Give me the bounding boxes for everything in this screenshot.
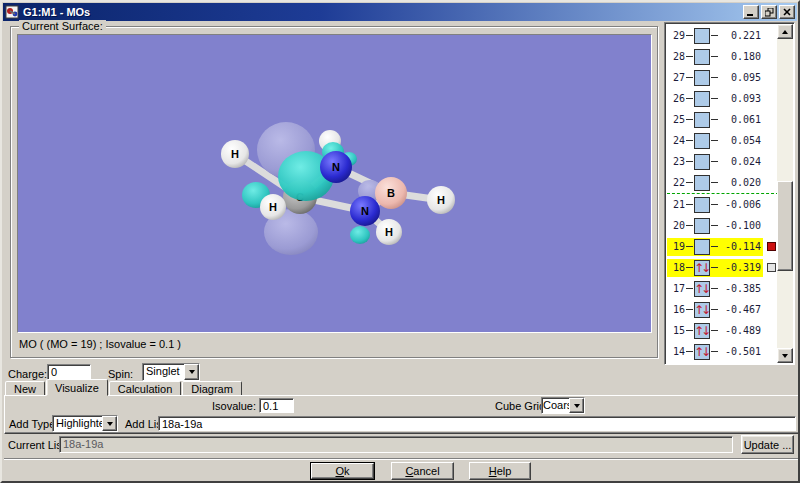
restore-button[interactable] bbox=[761, 5, 777, 19]
mo-energy: -0.501 bbox=[719, 346, 761, 357]
mo-energy: 0.093 bbox=[719, 93, 761, 104]
mo-row-17[interactable]: 17↑↓-0.385 bbox=[667, 278, 779, 299]
tab-calculation[interactable]: Calculation bbox=[109, 381, 181, 396]
chevron-down-icon[interactable] bbox=[569, 398, 584, 413]
mo-energy: -0.385 bbox=[719, 283, 761, 294]
mo-number: 23 bbox=[669, 156, 685, 167]
mo-occupancy-box[interactable]: ↑↓ bbox=[694, 281, 710, 297]
mo-row-15[interactable]: 15↑↓-0.489 bbox=[667, 320, 779, 341]
mo-row-28[interactable]: 280.180 bbox=[667, 46, 779, 67]
mo-number: 14 bbox=[669, 346, 685, 357]
close-button[interactable] bbox=[779, 5, 795, 19]
mo-row-25[interactable]: 250.061 bbox=[667, 109, 779, 130]
scroll-down-button[interactable] bbox=[777, 348, 793, 363]
mo-occupancy-box[interactable] bbox=[694, 239, 710, 255]
mo-occupancy-box[interactable]: ↑↓ bbox=[694, 302, 710, 318]
chevron-down-icon bbox=[189, 370, 195, 374]
surface-indicator-gray[interactable] bbox=[767, 263, 776, 272]
mo-row-26[interactable]: 260.093 bbox=[667, 88, 779, 109]
mo-occupancy-box[interactable] bbox=[694, 197, 710, 213]
app-icon bbox=[5, 5, 19, 19]
update-button[interactable]: Update ... bbox=[741, 435, 794, 454]
mo-row-27[interactable]: 270.095 bbox=[667, 67, 779, 88]
mo-row-16[interactable]: 16↑↓-0.467 bbox=[667, 299, 779, 320]
cancel-button[interactable]: Cancel bbox=[391, 462, 454, 480]
isovalue-input[interactable]: 0.1 bbox=[259, 398, 294, 413]
title-bar[interactable]: G1:M1 - MOs bbox=[3, 3, 797, 21]
mo-number: 24 bbox=[669, 135, 685, 146]
mo-energy: 0.054 bbox=[719, 135, 761, 146]
mo-occupancy-box[interactable] bbox=[694, 28, 710, 44]
scrollbar-thumb[interactable] bbox=[777, 181, 793, 271]
tick-line bbox=[686, 267, 693, 268]
arrow-glyph bbox=[574, 404, 580, 408]
isovalue-label: Isovalue: bbox=[210, 400, 256, 412]
surface-indicator-red[interactable] bbox=[767, 242, 776, 251]
mo-occupancy-box[interactable] bbox=[694, 91, 710, 107]
spin-dropdown-button[interactable] bbox=[184, 364, 199, 380]
cube-grid-value: Coarse bbox=[542, 398, 569, 413]
footer-divider bbox=[4, 458, 800, 460]
mo-row-23[interactable]: 230.024 bbox=[667, 151, 779, 172]
current-surface-group: Current Surface: bbox=[10, 26, 658, 358]
mo-row-14[interactable]: 14↑↓-0.501 bbox=[667, 341, 779, 362]
mo-row-22[interactable]: 220.020 bbox=[667, 172, 779, 193]
mo-occupancy-box[interactable] bbox=[694, 70, 710, 86]
add-type-value: Highlighted bbox=[53, 416, 102, 431]
tick-line bbox=[711, 204, 718, 205]
mo-occupancy-box[interactable] bbox=[694, 133, 710, 149]
mo-row-29[interactable]: 290.221 bbox=[667, 25, 779, 46]
svg-text:H: H bbox=[269, 201, 277, 213]
mo-row-24[interactable]: 240.054 bbox=[667, 130, 779, 151]
ok-button[interactable]: Ok bbox=[310, 462, 375, 480]
mo-energy: -0.319 bbox=[719, 262, 761, 273]
mo-occupancy-box[interactable] bbox=[694, 218, 710, 234]
mo-occupancy-box[interactable]: ↑↓ bbox=[694, 323, 710, 339]
tick-line bbox=[711, 140, 718, 141]
cube-grid-select[interactable]: Coarse bbox=[541, 397, 585, 414]
mo-energy: -0.114 bbox=[719, 241, 761, 252]
mo-row-20[interactable]: 20-0.100 bbox=[667, 215, 779, 236]
mo-row-content: 17↑↓-0.385 bbox=[667, 280, 763, 298]
scroll-up-button[interactable] bbox=[777, 24, 793, 39]
mo-row-21[interactable]: 21-0.006 bbox=[667, 194, 779, 215]
electron-pair-arrows-icon: ↑↓ bbox=[694, 262, 708, 274]
mo-row-content: 290.221 bbox=[667, 27, 763, 45]
mo-occupancy-box[interactable] bbox=[694, 154, 710, 170]
tick-line bbox=[686, 119, 693, 120]
mo-row-19[interactable]: 19-0.114 bbox=[667, 236, 779, 257]
tick-line bbox=[711, 56, 718, 57]
add-list-input[interactable]: 18a-19a bbox=[158, 416, 796, 431]
mo-occupancy-box[interactable]: ↑↓ bbox=[694, 344, 710, 360]
add-type-label: Add Type: bbox=[9, 418, 58, 430]
tick-line bbox=[686, 140, 693, 141]
mo-row-content: 16↑↓-0.467 bbox=[667, 301, 763, 319]
mo-occupancy-box[interactable]: ↑↓ bbox=[694, 260, 710, 276]
tab-new[interactable]: New bbox=[5, 381, 45, 396]
mo-row-content: 270.095 bbox=[667, 69, 763, 87]
minimize-button[interactable] bbox=[743, 5, 759, 19]
mo-occupancy-box[interactable] bbox=[694, 49, 710, 65]
mo-list-scrollbar[interactable] bbox=[777, 24, 793, 363]
mo-energy: -0.006 bbox=[719, 199, 761, 210]
mos-dialog-window: G1:M1 - MOs Current Surface: bbox=[0, 0, 800, 483]
tick-line bbox=[686, 35, 693, 36]
cancel-button-label: Cancel bbox=[391, 462, 454, 480]
mo-energy: -0.489 bbox=[719, 325, 761, 336]
chevron-down-icon[interactable] bbox=[102, 416, 117, 431]
help-button[interactable]: Help bbox=[469, 462, 531, 480]
molecule-viewport[interactable]: HCH NNBHH bbox=[17, 34, 652, 333]
mo-occupancy-box[interactable] bbox=[694, 175, 710, 191]
mo-row-18[interactable]: 18↑↓-0.319 bbox=[667, 257, 779, 278]
molecule-rendering: HCH NNBHH bbox=[18, 35, 651, 332]
tab-visualize[interactable]: Visualize bbox=[46, 379, 108, 396]
mo-row-content: 14↑↓-0.501 bbox=[667, 343, 763, 361]
add-type-select[interactable]: Highlighted bbox=[52, 415, 118, 432]
mo-occupancy-box[interactable] bbox=[694, 112, 710, 128]
tick-line bbox=[711, 161, 718, 162]
ok-button-label: Ok bbox=[311, 463, 374, 479]
tick-line bbox=[686, 309, 693, 310]
mo-row-content: 21-0.006 bbox=[667, 196, 763, 214]
tick-line bbox=[711, 182, 718, 183]
tab-diagram[interactable]: Diagram bbox=[182, 381, 242, 396]
